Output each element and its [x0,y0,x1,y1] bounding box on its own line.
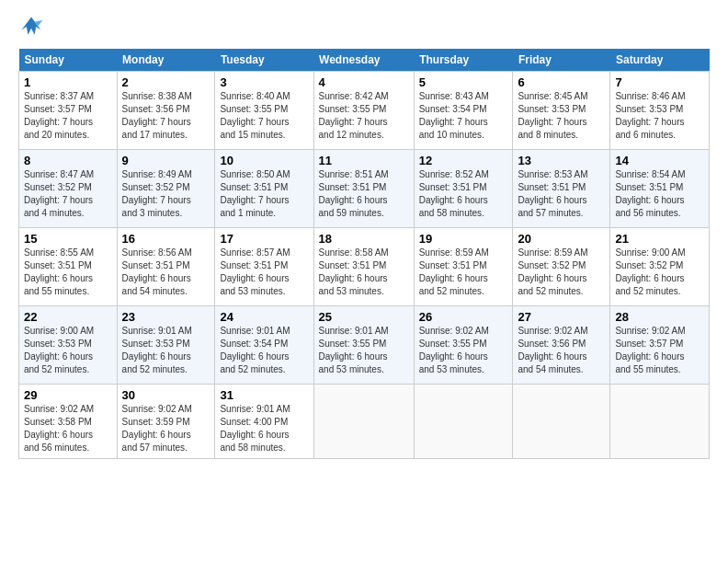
table-row: 9Sunrise: 8:49 AMSunset: 3:52 PMDaylight… [117,150,215,228]
table-row: 20Sunrise: 8:59 AMSunset: 3:52 PMDayligh… [513,228,610,306]
table-row: 1Sunrise: 8:37 AMSunset: 3:57 PMDaylight… [19,72,118,150]
table-row: 18Sunrise: 8:58 AMSunset: 3:51 PMDayligh… [313,228,414,306]
table-row: 12Sunrise: 8:52 AMSunset: 3:51 PMDayligh… [414,150,513,228]
table-row: 4Sunrise: 8:42 AMSunset: 3:55 PMDaylight… [313,72,414,150]
col-sunday: Sunday [19,49,118,72]
col-wednesday: Wednesday [313,49,414,72]
empty-cell [513,385,610,459]
table-row: 28Sunrise: 9:02 AMSunset: 3:57 PMDayligh… [610,306,710,385]
table-row: 24Sunrise: 9:01 AMSunset: 3:54 PMDayligh… [215,306,313,385]
table-row: 22Sunrise: 9:00 AMSunset: 3:53 PMDayligh… [19,306,118,385]
col-tuesday: Tuesday [215,49,313,72]
table-row: 26Sunrise: 9:02 AMSunset: 3:55 PMDayligh… [414,306,513,385]
table-row: 31Sunrise: 9:01 AMSunset: 4:00 PMDayligh… [215,385,313,459]
table-row: 10Sunrise: 8:50 AMSunset: 3:51 PMDayligh… [215,150,313,228]
calendar-week-row: 29Sunrise: 9:02 AMSunset: 3:58 PMDayligh… [19,385,710,459]
page: Sunday Monday Tuesday Wednesday Thursday… [0,0,728,473]
table-row: 27Sunrise: 9:02 AMSunset: 3:56 PMDayligh… [513,306,610,385]
table-row: 14Sunrise: 8:54 AMSunset: 3:51 PMDayligh… [610,150,710,228]
table-row: 19Sunrise: 8:59 AMSunset: 3:51 PMDayligh… [414,228,513,306]
empty-cell [414,385,513,459]
table-row: 16Sunrise: 8:56 AMSunset: 3:51 PMDayligh… [117,228,215,306]
table-row: 23Sunrise: 9:01 AMSunset: 3:53 PMDayligh… [117,306,215,385]
calendar-week-row: 22Sunrise: 9:00 AMSunset: 3:53 PMDayligh… [19,306,710,385]
table-row: 15Sunrise: 8:55 AMSunset: 3:51 PMDayligh… [19,228,118,306]
col-saturday: Saturday [610,49,710,72]
header [18,14,710,40]
table-row: 3Sunrise: 8:40 AMSunset: 3:55 PMDaylight… [215,72,313,150]
calendar-week-row: 15Sunrise: 8:55 AMSunset: 3:51 PMDayligh… [19,228,710,306]
table-row: 2Sunrise: 8:38 AMSunset: 3:56 PMDaylight… [117,72,215,150]
table-row: 25Sunrise: 9:01 AMSunset: 3:55 PMDayligh… [313,306,414,385]
table-row: 17Sunrise: 8:57 AMSunset: 3:51 PMDayligh… [215,228,313,306]
empty-cell [610,385,710,459]
logo [18,14,48,40]
logo-icon [18,14,44,40]
table-row: 8Sunrise: 8:47 AMSunset: 3:52 PMDaylight… [19,150,118,228]
calendar-week-row: 8Sunrise: 8:47 AMSunset: 3:52 PMDaylight… [19,150,710,228]
table-row: 29Sunrise: 9:02 AMSunset: 3:58 PMDayligh… [19,385,118,459]
table-row: 30Sunrise: 9:02 AMSunset: 3:59 PMDayligh… [117,385,215,459]
col-friday: Friday [513,49,610,72]
table-row: 13Sunrise: 8:53 AMSunset: 3:51 PMDayligh… [513,150,610,228]
table-row: 21Sunrise: 9:00 AMSunset: 3:52 PMDayligh… [610,228,710,306]
col-thursday: Thursday [414,49,513,72]
calendar-week-row: 1Sunrise: 8:37 AMSunset: 3:57 PMDaylight… [19,72,710,150]
table-row: 7Sunrise: 8:46 AMSunset: 3:53 PMDaylight… [610,72,710,150]
table-row: 11Sunrise: 8:51 AMSunset: 3:51 PMDayligh… [313,150,414,228]
calendar-table: Sunday Monday Tuesday Wednesday Thursday… [18,49,710,459]
table-row: 5Sunrise: 8:43 AMSunset: 3:54 PMDaylight… [414,72,513,150]
table-row: 6Sunrise: 8:45 AMSunset: 3:53 PMDaylight… [513,72,610,150]
empty-cell [313,385,414,459]
header-row: Sunday Monday Tuesday Wednesday Thursday… [19,49,710,72]
col-monday: Monday [117,49,215,72]
